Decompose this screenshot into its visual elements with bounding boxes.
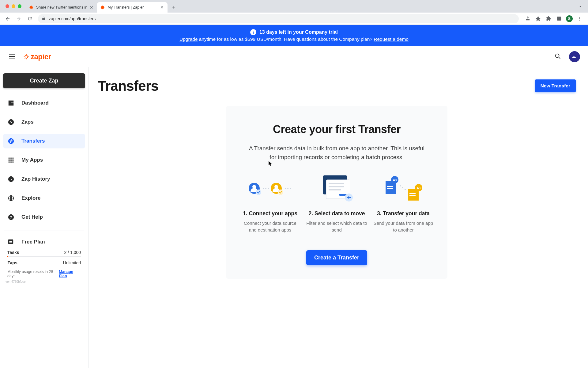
sidebar-item-explore[interactable]: Explore bbox=[3, 191, 85, 205]
tabs-dropdown-icon[interactable] bbox=[578, 4, 582, 9]
trial-banner: i 13 days left in your Company trial Upg… bbox=[0, 25, 588, 46]
browser-chrome: Share new Twitter mentions in ✕ My Trans… bbox=[0, 0, 588, 25]
step-2-title: 2. Select data to move bbox=[306, 210, 368, 217]
svg-point-31 bbox=[263, 188, 264, 189]
menu-icon[interactable] bbox=[576, 15, 583, 22]
step-3-title: 3. Transfer your data bbox=[373, 210, 434, 217]
browser-profile[interactable]: S bbox=[566, 15, 573, 22]
card-title: Create your first Transfer bbox=[239, 123, 434, 136]
svg-rect-7 bbox=[9, 101, 11, 103]
content: Transfers New Transfer Create your first… bbox=[89, 67, 588, 368]
divider bbox=[4, 231, 84, 231]
create-transfer-button[interactable]: Create a Transfer bbox=[306, 250, 367, 265]
transfer-data-illustration: 48 48 bbox=[373, 174, 434, 203]
svg-rect-18 bbox=[13, 159, 14, 161]
nav-label: Explore bbox=[21, 195, 40, 201]
browser-tab-0[interactable]: Share new Twitter mentions in ✕ bbox=[26, 2, 97, 13]
card-description: A Transfer sends data in bulk from one a… bbox=[245, 144, 429, 162]
sidebar-item-transfers[interactable]: Transfers bbox=[3, 134, 85, 148]
explore-icon bbox=[7, 194, 15, 202]
svg-point-4 bbox=[579, 20, 580, 21]
create-zap-button[interactable]: Create Zap bbox=[3, 73, 85, 88]
plan-icon bbox=[7, 238, 15, 246]
request-demo-link[interactable]: Request a demo bbox=[374, 36, 409, 42]
onboarding-card: Create your first Transfer A Transfer se… bbox=[226, 106, 447, 279]
nav-label: Get Help bbox=[21, 214, 43, 220]
banner-mid-text: anytime for as low as $599 USD/month. Ha… bbox=[198, 36, 374, 42]
svg-point-33 bbox=[268, 188, 269, 189]
step-2: 2. Select data to move Filter and select… bbox=[306, 174, 368, 233]
avatar-icon bbox=[571, 54, 578, 60]
nav-label: My Apps bbox=[21, 157, 43, 163]
svg-rect-43 bbox=[329, 186, 344, 187]
panel-icon[interactable] bbox=[556, 15, 562, 22]
svg-rect-9 bbox=[11, 102, 13, 105]
tasks-value: 2 / 1,000 bbox=[64, 250, 81, 255]
tab-title: My Transfers | Zapier bbox=[107, 5, 158, 10]
step-3: 48 48 3. Transfer your data Send your da… bbox=[373, 174, 434, 233]
svg-text:48: 48 bbox=[393, 178, 397, 182]
svg-point-32 bbox=[265, 188, 266, 189]
upgrade-link[interactable]: Upgrade bbox=[179, 36, 198, 42]
history-icon bbox=[7, 175, 15, 183]
svg-line-6 bbox=[559, 57, 560, 59]
step-2-desc: Filter and select which data to send bbox=[306, 220, 368, 233]
logo-text: zapier bbox=[31, 52, 51, 61]
connect-apps-illustration bbox=[239, 174, 301, 203]
forward-button[interactable] bbox=[14, 14, 23, 23]
bookmark-icon[interactable] bbox=[535, 15, 541, 22]
close-tab-icon[interactable]: ✕ bbox=[89, 5, 94, 10]
zaps-value: Unlimited bbox=[63, 260, 81, 265]
svg-text:48: 48 bbox=[417, 186, 420, 190]
manage-plan-link[interactable]: Manage Plan bbox=[59, 270, 81, 278]
banner-title: 13 days left in your Company trial bbox=[259, 29, 338, 35]
close-window[interactable] bbox=[6, 4, 9, 8]
svg-rect-44 bbox=[329, 189, 341, 190]
tab-row: Share new Twitter mentions in ✕ My Trans… bbox=[0, 0, 588, 13]
address-bar[interactable]: zapier.com/app/transfers bbox=[38, 14, 519, 23]
svg-rect-16 bbox=[9, 159, 10, 161]
zapier-favicon-icon bbox=[100, 5, 105, 10]
page-title: Transfers bbox=[98, 78, 158, 94]
svg-point-37 bbox=[285, 188, 286, 189]
help-icon: ? bbox=[7, 213, 15, 221]
svg-rect-17 bbox=[10, 159, 12, 161]
back-button[interactable] bbox=[3, 14, 12, 23]
svg-rect-48 bbox=[387, 188, 393, 189]
svg-point-5 bbox=[556, 54, 559, 57]
tasks-progress bbox=[7, 256, 81, 257]
maximize-window[interactable] bbox=[18, 4, 21, 8]
sidebar-item-dashboard[interactable]: Dashboard bbox=[3, 96, 85, 110]
hamburger-menu[interactable] bbox=[8, 52, 17, 61]
nav-label: Dashboard bbox=[21, 100, 49, 106]
share-icon[interactable] bbox=[524, 15, 531, 22]
new-transfer-button[interactable]: New Transfer bbox=[535, 79, 576, 92]
zapier-favicon-icon bbox=[29, 5, 34, 10]
svg-point-39 bbox=[290, 188, 291, 189]
close-tab-icon[interactable]: ✕ bbox=[160, 5, 164, 10]
svg-point-36 bbox=[278, 190, 283, 195]
svg-rect-8 bbox=[11, 101, 13, 102]
user-avatar[interactable] bbox=[569, 51, 580, 62]
browser-tab-1[interactable]: My Transfers | Zapier ✕ bbox=[97, 2, 168, 13]
svg-point-30 bbox=[256, 190, 261, 195]
url-text: zapier.com/app/transfers bbox=[49, 16, 96, 21]
extensions-icon[interactable] bbox=[545, 15, 552, 22]
zapier-logo[interactable]: zapier bbox=[23, 52, 51, 61]
sidebar-item-zap-history[interactable]: Zap History bbox=[3, 172, 85, 186]
svg-point-3 bbox=[579, 18, 580, 19]
new-tab-button[interactable]: + bbox=[169, 3, 178, 12]
svg-rect-27 bbox=[9, 241, 12, 243]
search-icon[interactable] bbox=[554, 53, 561, 61]
dashboard-icon bbox=[7, 99, 15, 107]
nav-label: Transfers bbox=[21, 138, 45, 144]
sidebar-item-get-help[interactable]: ? Get Help bbox=[3, 210, 85, 224]
transfers-icon bbox=[7, 137, 15, 145]
select-data-illustration bbox=[306, 174, 368, 203]
svg-rect-47 bbox=[387, 186, 393, 187]
reload-button[interactable] bbox=[25, 14, 34, 23]
sidebar-item-zaps[interactable]: Zaps bbox=[3, 115, 85, 129]
sidebar-item-my-apps[interactable]: My Apps bbox=[3, 153, 85, 167]
minimize-window[interactable] bbox=[12, 4, 15, 8]
svg-rect-14 bbox=[10, 158, 12, 159]
